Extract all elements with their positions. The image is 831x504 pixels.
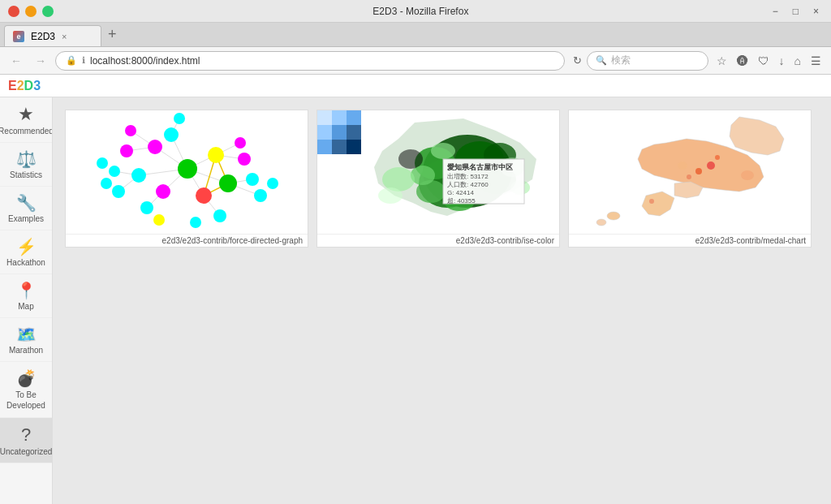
- svg-point-23: [109, 166, 120, 177]
- svg-rect-50: [347, 125, 361, 140]
- window-controls: − □ ×: [769, 4, 823, 19]
- svg-point-83: [695, 168, 702, 174]
- svg-point-30: [238, 153, 251, 166]
- card-medal-chart[interactable]: e2d3/e2d3-contrib/medal-chart: [568, 110, 812, 248]
- svg-rect-52: [332, 140, 347, 154]
- window-title: E2D3 - Mozilla Firefox: [73, 6, 769, 17]
- svg-point-64: [431, 143, 455, 159]
- ise-color-svg: 愛知県名古屋市中区 出増数: 53172 人口数: 42760 G: 42414…: [317, 110, 559, 228]
- minimize-btn[interactable]: [25, 6, 37, 17]
- svg-point-80: [607, 212, 620, 220]
- svg-text:愛知県名古屋市中区: 愛知県名古屋市中区: [447, 162, 513, 171]
- svg-point-21: [125, 125, 136, 136]
- map-icon: 🗺️: [16, 326, 37, 342]
- maximize-btn[interactable]: [42, 6, 54, 17]
- refresh-btn[interactable]: ↻: [573, 54, 582, 67]
- svg-rect-49: [332, 125, 347, 140]
- lock-icon: 🔒: [66, 55, 77, 66]
- url-bar[interactable]: 🔒 ℹ localhost:8000/index.html: [55, 51, 565, 71]
- svg-point-82: [707, 162, 715, 170]
- svg-point-24: [112, 185, 125, 198]
- info-icon: ℹ: [82, 55, 85, 66]
- svg-point-85: [687, 174, 691, 179]
- reader-mode-icon[interactable]: 🅐: [734, 53, 751, 69]
- svg-point-31: [174, 113, 185, 124]
- svg-marker-78: [642, 192, 674, 216]
- sidebar-item-tobe[interactable]: 💣 To BeDeveloped: [0, 362, 52, 418]
- svg-point-68: [378, 187, 403, 204]
- home-icon[interactable]: ⌂: [791, 53, 804, 69]
- search-bar[interactable]: 🔍 検索: [587, 51, 708, 71]
- scales-icon: ⚖️: [16, 151, 37, 167]
- logo-e: E: [8, 79, 17, 93]
- svg-point-63: [411, 166, 435, 185]
- svg-rect-48: [317, 125, 332, 140]
- svg-point-22: [120, 144, 133, 157]
- card-footer-ise: e2d3/e2d3-contrib/ise-color: [317, 234, 559, 247]
- svg-point-29: [235, 137, 246, 149]
- gallery: e2d3/e2d3-contrib/force-directed-graph: [65, 110, 819, 248]
- forward-btn[interactable]: →: [31, 52, 50, 70]
- sidebar-item-uncategorized[interactable]: ? Uncategorized: [0, 418, 52, 463]
- svg-point-41: [208, 147, 224, 163]
- svg-point-36: [267, 178, 278, 189]
- sidebar-item-map[interactable]: 📍 Map: [0, 274, 52, 318]
- svg-point-28: [254, 189, 267, 202]
- new-tab-btn[interactable]: +: [104, 26, 121, 43]
- sidebar-item-marathon[interactable]: 🗺️ Marathon: [0, 318, 52, 362]
- sidebar-label-examples: Examples: [8, 214, 44, 223]
- minimize-icon[interactable]: −: [769, 4, 782, 19]
- question-icon: ?: [21, 426, 31, 444]
- ise-color-canvas: 愛知県名古屋市中区 出増数: 53172 人口数: 42760 G: 42414…: [317, 110, 559, 228]
- restore-icon[interactable]: □: [789, 4, 803, 19]
- svg-point-86: [649, 199, 654, 204]
- search-placeholder: 検索: [611, 54, 631, 67]
- svg-point-35: [190, 217, 201, 228]
- sidebar-item-examples[interactable]: 🔧 Examples: [0, 187, 52, 230]
- force-graph-svg: [66, 110, 308, 228]
- title-bar: E2D3 - Mozilla Firefox − □ ×: [0, 0, 831, 23]
- logo-2: 2: [17, 79, 24, 93]
- svg-point-88: [678, 162, 687, 170]
- card-force-directed[interactable]: e2d3/e2d3-contrib/force-directed-graph: [65, 110, 308, 248]
- active-tab[interactable]: e E2D3 ×: [4, 25, 101, 46]
- sidebar-label-statistics: Statistics: [10, 170, 42, 179]
- sidebar-item-statistics[interactable]: ⚖️ Statistics: [0, 143, 52, 187]
- bookmark-icon[interactable]: ☆: [713, 53, 730, 69]
- star-icon: ★: [18, 106, 34, 123]
- menu-icon[interactable]: ☰: [807, 53, 825, 69]
- url-text[interactable]: localhost:8000/index.html: [90, 55, 554, 67]
- svg-point-38: [131, 168, 146, 183]
- search-icon: 🔍: [596, 55, 607, 66]
- svg-point-26: [213, 209, 226, 222]
- logo-3: 3: [33, 79, 41, 93]
- sidebar-label-map: Map: [18, 302, 33, 311]
- back-btn[interactable]: ←: [6, 52, 26, 70]
- sidebar-label-marathon: Marathon: [9, 346, 43, 355]
- wrench-icon: 🔧: [16, 195, 37, 211]
- svg-text:出増数: 53172: 出増数: 53172: [447, 173, 489, 180]
- tab-close-btn[interactable]: ×: [62, 32, 67, 41]
- close-window-btn[interactable]: [8, 6, 19, 17]
- close-icon[interactable]: ×: [809, 4, 823, 19]
- sidebar: ★ Recommended ⚖️ Statistics 🔧 Examples ⚡…: [0, 97, 53, 504]
- download-icon[interactable]: ↓: [776, 53, 788, 69]
- sidebar-label-recommended: Recommended: [0, 127, 53, 136]
- svg-marker-76: [730, 117, 784, 155]
- svg-point-44: [178, 159, 197, 179]
- sidebar-item-hackathon[interactable]: ⚡ Hackathon: [0, 230, 52, 274]
- sidebar-item-recommended[interactable]: ★ Recommended: [0, 97, 52, 143]
- card-ise-color[interactable]: 愛知県名古屋市中区 出増数: 53172 人口数: 42760 G: 42414…: [316, 110, 560, 248]
- pocket-icon[interactable]: 🛡: [755, 53, 773, 69]
- svg-point-33: [101, 178, 112, 189]
- svg-point-87: [741, 170, 754, 180]
- svg-point-34: [153, 214, 165, 226]
- svg-point-25: [140, 201, 153, 214]
- svg-point-66: [398, 149, 423, 169]
- svg-rect-45: [317, 110, 332, 125]
- browser-action-icons: ☆ 🅐 🛡 ↓ ⌂ ☰: [713, 53, 825, 69]
- sidebar-label-hackathon: Hackathon: [6, 258, 45, 267]
- svg-point-84: [715, 155, 720, 160]
- bolt-icon: ⚡: [16, 239, 37, 255]
- svg-text:G: 42414: G: 42414: [447, 189, 474, 196]
